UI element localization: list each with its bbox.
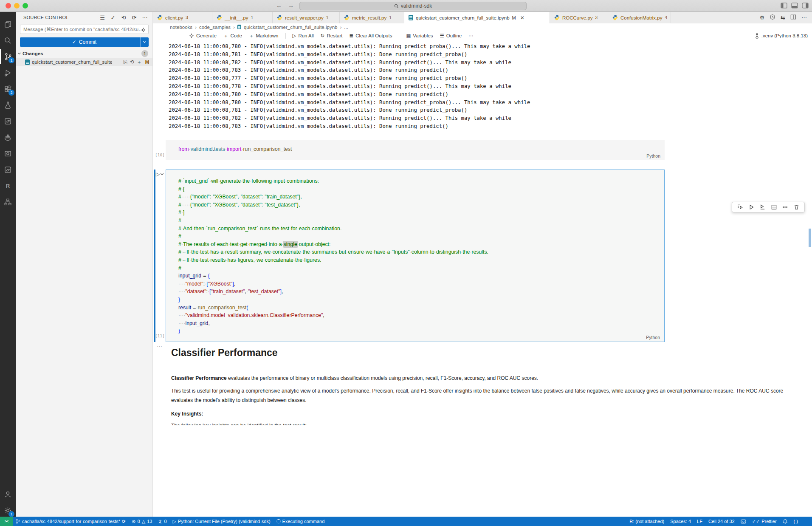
settings-gear-icon[interactable]: 1	[0, 503, 16, 518]
zoom-window-button[interactable]	[23, 3, 28, 8]
code-line[interactable]: input_grid·=·{	[178, 272, 664, 280]
code-line[interactable]: result·=·run_comparison_test(	[178, 304, 664, 312]
source-control-icon[interactable]: 1	[0, 49, 16, 64]
ports-status-item[interactable]: 0	[155, 517, 169, 526]
tab-init-py[interactable]: __init__.py1	[212, 12, 273, 23]
brackets-status-item[interactable]: ( )	[791, 517, 801, 526]
generate-button[interactable]: Generate	[189, 33, 217, 38]
breadcrumb-item[interactable]: ...	[344, 25, 348, 30]
project-diagram-icon[interactable]	[0, 195, 16, 209]
notifications-bell-icon[interactable]	[780, 517, 791, 526]
add-code-cell-button[interactable]: ＋Code	[223, 33, 242, 39]
docker-icon[interactable]	[0, 130, 16, 144]
extension-b-icon[interactable]	[0, 162, 16, 177]
execute-below-icon[interactable]	[759, 204, 766, 210]
cell-position-status-item[interactable]: Cell 24 of 32	[705, 517, 738, 526]
tab-result-wrapper-py[interactable]: result_wrapper.py1	[273, 12, 340, 23]
overview-ruler-mark[interactable]	[809, 229, 811, 247]
testing-icon[interactable]	[0, 98, 16, 112]
accounts-icon[interactable]	[0, 487, 16, 501]
forward-arrow-icon[interactable]: →	[288, 2, 294, 9]
search-icon[interactable]	[0, 33, 16, 48]
code-line[interactable]: )	[178, 327, 664, 335]
command-center-search[interactable]: validmind-sdk	[299, 2, 527, 10]
discard-changes-icon[interactable]: ⟲	[130, 59, 134, 65]
r-language-icon[interactable]: R	[0, 178, 16, 193]
problems-status-item[interactable]: ⊗0 △13	[129, 517, 155, 526]
r-status-item[interactable]: R: (not attached)	[626, 517, 667, 526]
tab-confusionmatrix-py[interactable]: ConfusionMatrix.py4	[608, 12, 671, 23]
cell-language-label[interactable]: Python	[646, 335, 660, 340]
run-cell-icon[interactable]	[748, 204, 755, 210]
run-cell-button[interactable]: ▷	[156, 171, 163, 177]
changed-file-row[interactable]: quickstart_customer_churn_full_suite.ipy…	[16, 58, 152, 66]
code-line[interactable]: #·-·If·the·test·results·has·figures,·we·…	[178, 256, 664, 264]
run-all-button[interactable]: ▷Run All	[293, 33, 314, 39]
stage-changes-icon[interactable]: ＋	[137, 59, 142, 66]
code-line[interactable]: }	[178, 296, 664, 304]
commit-message-input[interactable]: Message (⌘Enter to commit on "cachafla/s…	[20, 25, 149, 34]
extension-a-icon[interactable]	[0, 114, 16, 128]
toggle-panel-icon[interactable]	[791, 3, 798, 8]
close-tab-icon[interactable]: ✕	[520, 15, 524, 21]
code-line[interactable]: ····"dataset":·["train_dataset",·"test_d…	[178, 288, 664, 296]
code-line[interactable]: ····"validmind.model_validation.sklearn.…	[178, 311, 664, 320]
code-line[interactable]: #·And·then·`run_comparison_test`·runs·th…	[178, 225, 664, 233]
commit-dropdown-button[interactable]	[140, 37, 149, 47]
code-cell-10[interactable]: from·validmind.tests·import·run_comparis…	[166, 140, 665, 160]
prettier-status-item[interactable]: ✓✓ Prettier	[749, 517, 780, 526]
feedback-smiley-icon[interactable]	[738, 517, 749, 526]
breadcrumb-item[interactable]: quickstart_customer_churn_full_suite.ipy…	[244, 25, 338, 30]
executing-status-item[interactable]: Executing command	[273, 517, 328, 526]
remote-indicator[interactable]: ><	[0, 517, 13, 526]
explorer-icon[interactable]	[0, 17, 16, 31]
minimize-window-button[interactable]	[14, 3, 20, 8]
open-changes-icon[interactable]: ⇆	[781, 14, 785, 21]
view-and-sort-icon[interactable]: ☰	[99, 14, 106, 21]
add-markdown-cell-button[interactable]: ＋Markdown	[249, 33, 279, 39]
close-window-button[interactable]	[6, 3, 11, 8]
back-arrow-icon[interactable]: ←	[276, 2, 282, 9]
generate-commit-message-icon[interactable]	[141, 27, 146, 34]
indentation-status-item[interactable]: Spaces: 4	[667, 517, 694, 526]
toggle-secondary-sidebar-icon[interactable]	[802, 3, 809, 8]
variables-button[interactable]: ▦Variables	[406, 33, 433, 39]
code-line[interactable]: #·`input_grid`·will·generate·the·followi…	[178, 177, 664, 185]
breadcrumb-item[interactable]: notebooks	[170, 25, 192, 30]
changes-section-header[interactable]: Changes 1	[16, 49, 152, 58]
timeline-history-icon[interactable]	[770, 14, 775, 21]
split-editor-icon[interactable]	[790, 14, 796, 21]
split-cell-icon[interactable]	[771, 204, 777, 210]
code-line[interactable]: ····"model":·["XGBoost"],	[178, 280, 664, 288]
python-env-status-item[interactable]: ▷ Python: Current File (Poetry) (validmi…	[170, 517, 273, 526]
more-actions-icon[interactable]	[782, 204, 788, 210]
markdown-cell-more-icon[interactable]: ⋯	[157, 343, 163, 349]
more-actions-icon[interactable]: ⋯	[141, 14, 148, 21]
code-line[interactable]: #·····{"model":·"XGBoost",·"dataset":·"t…	[178, 201, 664, 209]
code-line[interactable]: #	[178, 217, 664, 225]
code-line[interactable]: #·The·results·of·each·test·get·merged·in…	[178, 240, 664, 249]
branch-status-item[interactable]: cachafla/sc-4842/support-for-comparison-…	[13, 517, 129, 526]
code-line[interactable]: #	[178, 232, 664, 240]
execute-above-icon[interactable]	[737, 204, 743, 210]
code-line[interactable]: from·validmind.tests·import·run_comparis…	[178, 145, 665, 153]
kernel-picker[interactable]: .venv (Python 3.8.13)	[755, 33, 812, 39]
run-debug-icon[interactable]	[0, 65, 16, 80]
refresh-icon[interactable]: ⟳	[131, 14, 138, 21]
commit-check-icon[interactable]: ✓	[110, 14, 116, 21]
toolbar-more-icon[interactable]: ⋯	[468, 33, 474, 39]
toggle-sidebar-icon[interactable]	[781, 3, 787, 8]
settings-gear-icon[interactable]: ⚙	[759, 14, 764, 21]
more-actions-icon[interactable]: ⋯	[801, 14, 807, 21]
open-file-icon[interactable]: ⎘	[123, 59, 127, 65]
code-line[interactable]: #·····{"model":·"XGBoost",·"dataset":·"t…	[178, 193, 664, 201]
code-line[interactable]: #·-·If·the·test·has·a·result·summary,·we…	[178, 248, 664, 256]
eol-status-item[interactable]: LF	[694, 517, 705, 526]
restart-button[interactable]: ↻Restart	[321, 33, 343, 39]
code-line[interactable]: #·[	[178, 185, 664, 193]
tab-roccurve-py[interactable]: ROCCurve.py3	[550, 12, 608, 23]
commit-button[interactable]: ✓ Commit	[20, 37, 149, 47]
delete-cell-icon[interactable]	[793, 204, 800, 210]
extensions-icon[interactable]: 2	[0, 82, 16, 96]
clear-all-outputs-button[interactable]: ≣Clear All Outputs	[350, 33, 392, 39]
